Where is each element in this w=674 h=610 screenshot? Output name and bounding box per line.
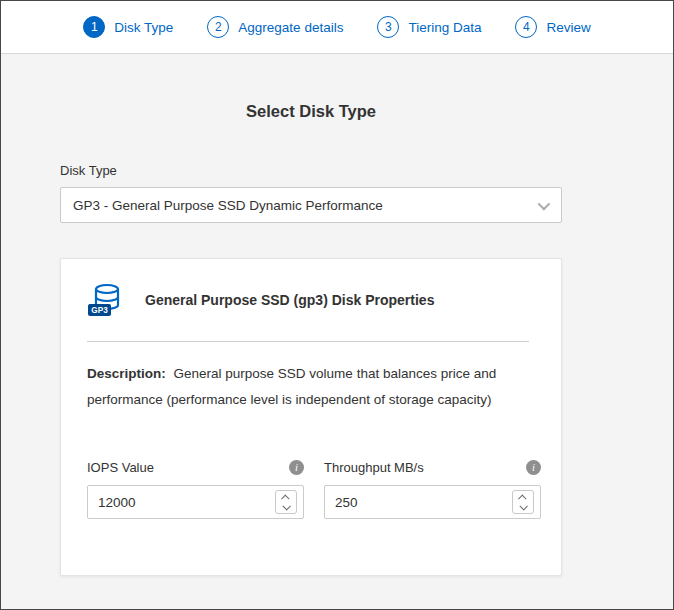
throughput-input-wrapper — [324, 485, 541, 519]
iops-label: IOPS Value — [87, 460, 154, 475]
step-review[interactable]: 4 Review — [515, 16, 590, 38]
iops-input[interactable] — [98, 495, 275, 510]
gp3-disk-icon: GP3 — [87, 281, 125, 319]
step-disk-type[interactable]: 1 Disk Type — [83, 16, 173, 38]
disk-type-select[interactable]: GP3 - General Purpose SSD Dynamic Perfor… — [60, 187, 562, 223]
performance-fields: IOPS Value Throughput MB/s — [87, 460, 529, 519]
throughput-field-group: Throughput MB/s — [324, 460, 541, 519]
gp3-icon-badge-text: GP3 — [91, 306, 108, 315]
step-2-label: Aggregate details — [238, 20, 343, 35]
step-1-badge: 1 — [83, 16, 105, 38]
stepper-down-icon[interactable] — [519, 502, 527, 510]
iops-info-icon[interactable] — [289, 460, 304, 475]
chevron-down-icon — [538, 197, 551, 210]
card-divider — [87, 341, 529, 342]
stepper-up-icon[interactable] — [281, 494, 289, 502]
throughput-label: Throughput MB/s — [324, 460, 424, 475]
page-title: Select Disk Type — [60, 102, 562, 121]
card-header: GP3 General Purpose SSD (gp3) Disk Prope… — [87, 281, 529, 319]
stepper-down-icon[interactable] — [282, 502, 290, 510]
step-tiering-data[interactable]: 3 Tiering Data — [377, 16, 481, 38]
step-4-badge: 4 — [515, 16, 537, 38]
card-title: General Purpose SSD (gp3) Disk Propertie… — [145, 292, 434, 308]
iops-field-group: IOPS Value — [87, 460, 304, 519]
disk-description: Description: General purpose SSD volume … — [87, 361, 529, 412]
disk-type-label: Disk Type — [60, 163, 562, 178]
disk-properties-card: GP3 General Purpose SSD (gp3) Disk Prope… — [60, 258, 562, 576]
step-3-label: Tiering Data — [408, 20, 481, 35]
throughput-info-icon[interactable] — [526, 460, 541, 475]
stepper-up-icon[interactable] — [518, 494, 526, 502]
iops-stepper[interactable] — [275, 490, 297, 514]
step-1-label: Disk Type — [114, 20, 173, 35]
wizard-stepper: 1 Disk Type 2 Aggregate details 3 Tierin… — [1, 1, 673, 54]
step-2-badge: 2 — [207, 16, 229, 38]
step-4-label: Review — [546, 20, 590, 35]
wizard-screen: 1 Disk Type 2 Aggregate details 3 Tierin… — [0, 0, 674, 610]
description-label: Description: — [87, 366, 166, 381]
step-aggregate-details[interactable]: 2 Aggregate details — [207, 16, 343, 38]
throughput-stepper[interactable] — [512, 490, 534, 514]
iops-input-wrapper — [87, 485, 304, 519]
main-content: Select Disk Type Disk Type GP3 - General… — [60, 102, 562, 576]
disk-type-selected-value: GP3 - General Purpose SSD Dynamic Perfor… — [73, 198, 383, 213]
throughput-input[interactable] — [335, 495, 512, 510]
step-3-badge: 3 — [377, 16, 399, 38]
